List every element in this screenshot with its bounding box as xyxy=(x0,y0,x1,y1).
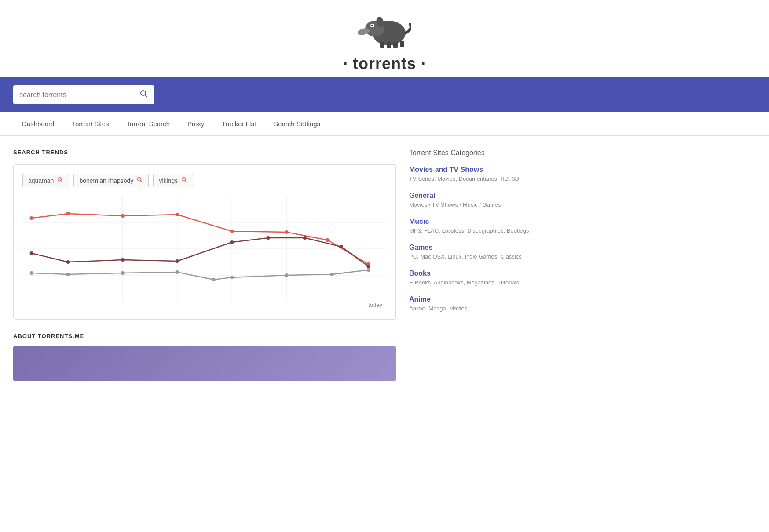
svg-point-31 xyxy=(121,214,125,218)
tag-label: bohemian rhapsody xyxy=(79,177,133,184)
logo-icon xyxy=(358,9,411,53)
category-item: Movies and TV Shows TV Series, Movies, D… xyxy=(409,166,559,182)
tag-search-icon xyxy=(137,177,143,184)
svg-rect-7 xyxy=(387,42,391,48)
category-name[interactable]: Movies and TV Shows xyxy=(409,166,559,174)
category-desc: E-Books, Audiobooks, Magazines, Tutorial… xyxy=(409,279,559,286)
svg-line-13 xyxy=(145,95,147,97)
chart-tags: aquaman bohemian rhapsody vikings xyxy=(22,174,387,187)
svg-point-45 xyxy=(366,265,370,268)
search-form[interactable] xyxy=(13,85,154,104)
categories-container: Movies and TV Shows TV Series, Movies, D… xyxy=(409,166,559,312)
svg-point-39 xyxy=(121,258,125,262)
tag-search-icon xyxy=(181,177,187,184)
logo-container: · torrents · xyxy=(343,9,426,73)
chart-tag[interactable]: aquaman xyxy=(22,174,69,187)
nav-item-torrent-search[interactable]: Torrent Search xyxy=(118,112,179,135)
tag-label: vikings xyxy=(159,177,178,184)
sidebar-title: Torrent Sites Categories xyxy=(409,149,559,157)
search-bar-wrapper xyxy=(0,77,769,112)
search-input[interactable] xyxy=(13,87,134,103)
about-title: ABOUT TORRENTS.ME xyxy=(13,333,396,339)
about-section: ABOUT TORRENTS.ME xyxy=(13,333,396,381)
svg-point-46 xyxy=(30,271,33,275)
svg-point-42 xyxy=(267,236,270,240)
category-desc: TV Series, Movies, Documentaries, HD, 3D xyxy=(409,175,559,182)
category-item: Games PC, Mac OSX, Linux, Indie Games, C… xyxy=(409,244,559,260)
nav-item-dashboard[interactable]: Dashboard xyxy=(13,112,63,135)
svg-rect-9 xyxy=(400,41,404,47)
nav-item-proxy[interactable]: Proxy xyxy=(179,112,213,135)
tag-label: aquaman xyxy=(28,177,54,184)
category-name[interactable]: Anime xyxy=(409,295,559,303)
nav-item-search-settings[interactable]: Search Settings xyxy=(265,112,329,135)
svg-point-34 xyxy=(285,230,288,234)
svg-point-38 xyxy=(66,260,70,264)
svg-point-37 xyxy=(30,251,33,255)
svg-point-51 xyxy=(230,276,234,279)
category-item: Anime Anime, Manga, Movies xyxy=(409,295,559,312)
category-name[interactable]: Games xyxy=(409,244,559,251)
svg-point-41 xyxy=(230,240,234,244)
category-desc: PC, Mac OSX, Linux, Indie Games, Classic… xyxy=(409,253,559,260)
search-trends-title: SEARCH TRENDS xyxy=(13,149,396,156)
tag-search-icon xyxy=(57,177,63,184)
svg-point-52 xyxy=(285,273,288,277)
chart-container: aquaman bohemian rhapsody vikings xyxy=(13,164,396,320)
svg-line-17 xyxy=(141,181,143,182)
category-desc: Movies / TV Shows / Music / Games xyxy=(409,201,559,208)
left-col: SEARCH TRENDS aquaman bohemian rhapsody … xyxy=(13,149,396,381)
category-name[interactable]: Books xyxy=(409,270,559,277)
nav-item-tracker-list[interactable]: Tracker List xyxy=(213,112,265,135)
svg-rect-6 xyxy=(380,42,384,48)
category-item: Books E-Books, Audiobooks, Magazines, Tu… xyxy=(409,270,559,286)
svg-point-53 xyxy=(330,273,334,276)
svg-point-48 xyxy=(121,271,125,275)
category-name[interactable]: General xyxy=(409,192,559,200)
svg-point-10 xyxy=(368,30,370,32)
svg-point-43 xyxy=(303,236,307,240)
svg-rect-8 xyxy=(393,42,398,48)
svg-point-32 xyxy=(176,213,179,216)
category-item: General Movies / TV Shows / Music / Game… xyxy=(409,192,559,208)
category-desc: Anime, Manga, Movies xyxy=(409,305,559,312)
site-title: · torrents · xyxy=(343,55,426,73)
category-desc: MP3, FLAC, Lossless, Discographies, Boot… xyxy=(409,227,559,234)
chart-today-label: today xyxy=(368,302,382,308)
category-item: Music MP3, FLAC, Lossless, Discographies… xyxy=(409,218,559,234)
search-button[interactable] xyxy=(134,85,154,104)
svg-point-11 xyxy=(366,28,368,29)
search-icon xyxy=(140,90,148,98)
chart-tag[interactable]: vikings xyxy=(153,174,193,187)
svg-point-47 xyxy=(66,273,70,276)
svg-point-54 xyxy=(366,268,370,272)
nav-bar: DashboardTorrent SitesTorrent SearchProx… xyxy=(0,112,769,136)
chart-tag[interactable]: bohemian rhapsody xyxy=(73,174,149,187)
main-content: SEARCH TRENDS aquaman bohemian rhapsody … xyxy=(0,136,572,394)
site-header: · torrents · xyxy=(0,0,769,77)
chart-area: today xyxy=(22,196,387,310)
svg-point-29 xyxy=(30,216,33,220)
svg-line-15 xyxy=(61,181,63,182)
svg-point-40 xyxy=(176,259,179,263)
svg-point-4 xyxy=(371,25,373,26)
svg-point-50 xyxy=(212,278,216,281)
nav-item-torrent-sites[interactable]: Torrent Sites xyxy=(63,112,117,135)
svg-point-30 xyxy=(66,212,70,215)
category-name[interactable]: Music xyxy=(409,218,559,226)
svg-line-19 xyxy=(185,181,187,182)
svg-point-35 xyxy=(326,238,329,242)
svg-point-33 xyxy=(230,230,234,233)
svg-point-44 xyxy=(339,245,343,248)
right-sidebar: Torrent Sites Categories Movies and TV S… xyxy=(409,149,559,381)
svg-point-49 xyxy=(176,270,179,274)
line-chart xyxy=(22,196,387,302)
about-box xyxy=(13,346,396,381)
